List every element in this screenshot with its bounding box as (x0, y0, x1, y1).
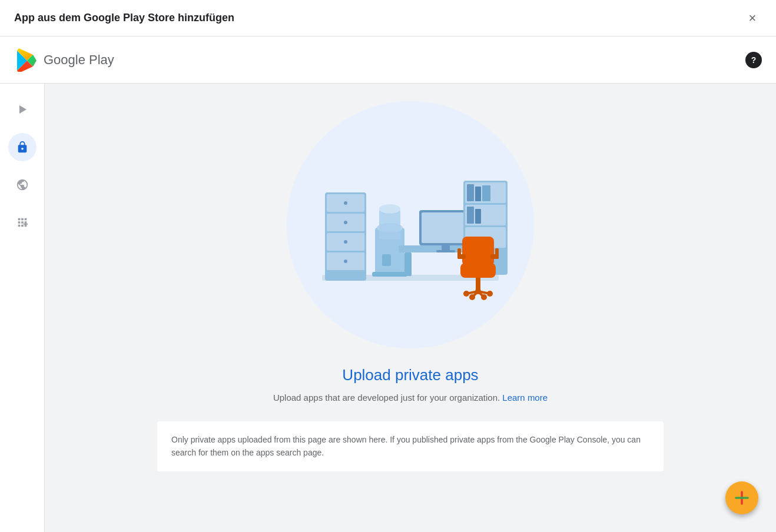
sidebar (0, 84, 45, 532)
gplay-logo-text: Google Play (44, 52, 114, 68)
svg-rect-32 (475, 209, 481, 224)
main-panel: Upload private apps Upload apps that are… (45, 84, 776, 532)
learn-more-link[interactable]: Learn more (502, 393, 548, 403)
svg-rect-15 (382, 254, 391, 266)
upload-title: Upload private apps (342, 366, 478, 384)
dialog-title: App aus dem Google Play Store hinzufügen (14, 12, 234, 24)
content-area: Upload private apps Upload apps that are… (0, 84, 776, 532)
svg-point-9 (344, 260, 347, 263)
plus-icon (732, 488, 751, 507)
svg-rect-48 (495, 248, 499, 259)
gplay-bar: Google Play ? (0, 36, 776, 84)
illustration-circle (287, 101, 534, 348)
close-button[interactable]: × (743, 9, 762, 28)
upload-description: Upload apps that are developed just for … (273, 393, 548, 403)
office-illustration (304, 134, 516, 316)
svg-point-7 (344, 221, 347, 224)
svg-rect-23 (436, 250, 455, 252)
lock-icon (16, 141, 29, 154)
svg-rect-18 (404, 252, 412, 276)
play-icon (16, 103, 29, 116)
svg-rect-47 (457, 248, 461, 259)
globe-icon (16, 178, 29, 191)
svg-rect-13 (379, 210, 400, 240)
svg-rect-21 (422, 212, 470, 243)
sidebar-item-play[interactable] (8, 95, 37, 124)
svg-rect-30 (482, 185, 490, 201)
dialog-header: App aus dem Google Play Store hinzufügen… (0, 0, 776, 36)
gplay-logo-icon (14, 48, 38, 72)
svg-point-14 (379, 204, 400, 214)
sidebar-item-apps[interactable] (8, 208, 37, 237)
help-button[interactable]: ? (745, 52, 762, 68)
svg-point-6 (344, 201, 347, 205)
svg-rect-31 (467, 207, 474, 224)
sidebar-item-globe[interactable] (8, 171, 37, 199)
svg-rect-16 (372, 272, 407, 277)
svg-point-8 (344, 240, 347, 244)
sidebar-item-lock[interactable] (8, 133, 37, 161)
gplay-logo: Google Play (14, 48, 114, 72)
apps-add-icon (16, 216, 29, 229)
svg-rect-29 (475, 187, 481, 201)
info-box: Only private apps uploaded from this pag… (157, 421, 664, 471)
svg-rect-28 (467, 184, 474, 201)
svg-rect-44 (462, 237, 494, 266)
fab-add-button[interactable] (725, 481, 758, 514)
